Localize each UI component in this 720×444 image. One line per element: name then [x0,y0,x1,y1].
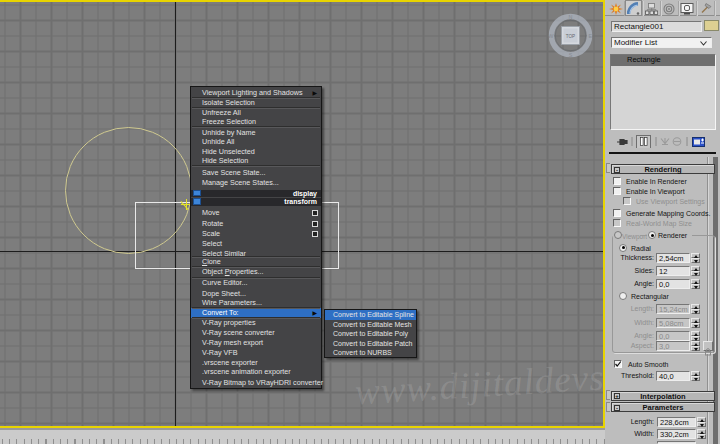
svg-text:S: S [569,52,573,58]
svg-text:N: N [569,14,573,20]
svg-text:TOP: TOP [566,34,575,39]
svg-text:E: E [589,33,593,39]
svg-text:W: W [548,33,554,39]
